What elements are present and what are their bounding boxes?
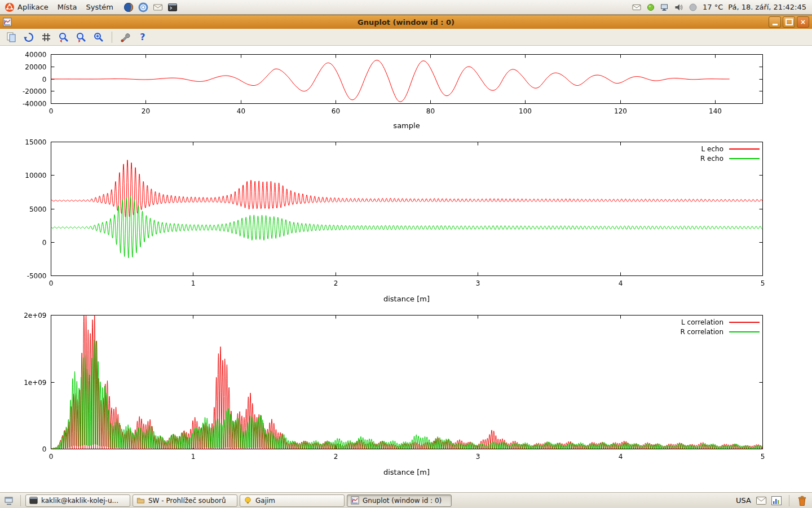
weather-icon[interactable] xyxy=(689,3,698,12)
taskbar-tray: USA xyxy=(736,495,810,506)
chart-echo[interactable] xyxy=(0,137,812,306)
gajim-icon xyxy=(244,496,252,505)
legend-row: R echo xyxy=(700,155,760,162)
legend-label-r-correlation: R correlation xyxy=(680,328,723,336)
legend-line-l-echo xyxy=(729,148,760,150)
zoom-next-button[interactable] xyxy=(74,30,88,44)
taskbar: kaklik@kaklik-kolej-u... SW - Prohlížeč … xyxy=(0,492,812,508)
chart2-xlabel: distance [m] xyxy=(51,295,762,303)
copy-to-clipboard-button[interactable] xyxy=(5,30,18,44)
network-icon[interactable] xyxy=(660,3,669,12)
close-button[interactable]: × xyxy=(797,16,809,28)
ubuntu-logo-icon xyxy=(5,2,15,12)
taskbar-item-terminal[interactable]: kaklik@kaklik-kolej-u... xyxy=(25,494,130,507)
keyboard-layout-indicator[interactable]: USA xyxy=(736,496,751,505)
menu-system-label: Systém xyxy=(86,3,113,11)
taskbar-item-file-browser[interactable]: SW - Prohlížeč souborů xyxy=(133,494,237,507)
chart2-legend: L echo R echo xyxy=(700,145,760,162)
menu-applications-label: Aplikace xyxy=(17,3,48,11)
gnuplot-window-icon xyxy=(3,17,12,27)
legend-row: L echo xyxy=(700,145,760,152)
replot-icon xyxy=(23,32,34,43)
trash-icon[interactable] xyxy=(797,495,807,506)
mail-notification-icon[interactable] xyxy=(632,3,641,12)
wrench-icon xyxy=(120,32,131,43)
zoom-next-icon xyxy=(76,32,87,43)
help-icon: ? xyxy=(140,32,145,42)
legend-line-l-correlation xyxy=(729,322,760,323)
terminal-window-icon xyxy=(29,496,38,505)
system-monitor-tray-icon[interactable] xyxy=(771,496,782,505)
toolbar-separator xyxy=(112,32,112,43)
minimize-icon xyxy=(773,24,778,25)
legend-line-r-echo xyxy=(729,158,760,159)
gnuplot-icon xyxy=(351,496,359,505)
help-launcher-icon[interactable] xyxy=(138,2,148,12)
taskbar-item-label: Gnuplot (window id : 0) xyxy=(363,497,442,505)
gnuplot-toolbar: ? xyxy=(0,29,812,46)
legend-label-l-echo: L echo xyxy=(701,145,723,153)
legend-row: L correlation xyxy=(680,318,760,326)
close-icon: × xyxy=(800,19,806,25)
firefox-launcher-icon[interactable] xyxy=(123,2,134,12)
taskbar-item-label: Gajim xyxy=(255,497,275,505)
legend-line-r-correlation xyxy=(729,331,760,332)
legend-label-l-correlation: L correlation xyxy=(681,318,723,326)
window-titlebar[interactable]: Gnuplot (window id : 0) × xyxy=(0,15,812,29)
help-button[interactable]: ? xyxy=(136,30,149,44)
window-controls: × xyxy=(769,16,812,28)
menu-places-label: Místa xyxy=(58,3,77,11)
chart1-xlabel: sample xyxy=(51,121,762,130)
show-desktop-button[interactable] xyxy=(2,496,16,506)
terminal-launcher-icon[interactable] xyxy=(167,2,178,12)
tray-separator xyxy=(789,495,789,506)
maximize-icon xyxy=(785,19,793,25)
autoscale-icon xyxy=(93,32,104,43)
top-panel: Aplikace Místa Systém xyxy=(0,0,812,15)
volume-icon[interactable] xyxy=(674,3,683,12)
replot-button[interactable] xyxy=(22,30,36,44)
mail-launcher-icon[interactable] xyxy=(153,2,163,12)
grid-icon xyxy=(41,32,52,43)
temperature-label[interactable]: 17 °C xyxy=(703,3,723,11)
zoom-previous-button[interactable] xyxy=(57,30,70,44)
panel-launchers xyxy=(123,2,178,12)
chart3-xlabel: distance [m] xyxy=(51,468,762,476)
menu-system[interactable]: Systém xyxy=(81,0,117,14)
taskbar-separator xyxy=(20,495,21,506)
taskbar-item-label: kaklik@kaklik-kolej-u... xyxy=(41,497,118,505)
configure-button[interactable] xyxy=(118,30,132,44)
maximize-button[interactable] xyxy=(783,16,795,28)
menu-applications[interactable]: Aplikace xyxy=(0,0,53,14)
gnuplot-plot-area: sample L echo R echo distance [m] L corr… xyxy=(0,46,812,492)
window-title: Gnuplot (window id : 0) xyxy=(0,18,812,27)
taskbar-item-gajim[interactable]: Gajim xyxy=(240,494,345,507)
taskbar-item-gnuplot[interactable]: Gnuplot (window id : 0) xyxy=(347,494,452,507)
chart-correlation[interactable] xyxy=(0,310,812,480)
zoom-previous-icon xyxy=(58,32,69,43)
mail-tray-icon[interactable] xyxy=(756,497,766,505)
copy-icon xyxy=(6,32,17,43)
legend-label-r-echo: R echo xyxy=(700,155,723,163)
chart3-legend: L correlation R correlation xyxy=(680,318,760,335)
legend-row: R correlation xyxy=(680,328,760,335)
menu-places[interactable]: Místa xyxy=(53,0,82,14)
taskbar-item-label: SW - Prohlížeč souborů xyxy=(148,497,226,505)
toggle-grid-button[interactable] xyxy=(39,30,53,44)
file-manager-icon xyxy=(136,496,145,505)
gajim-tray-icon[interactable] xyxy=(646,3,655,12)
panel-status-area: 17 °C Pá, 18. září, 21:42:45 xyxy=(632,3,812,12)
minimize-button[interactable] xyxy=(769,16,781,28)
autoscale-button[interactable] xyxy=(92,30,105,44)
clock[interactable]: Pá, 18. září, 21:42:45 xyxy=(728,3,806,11)
